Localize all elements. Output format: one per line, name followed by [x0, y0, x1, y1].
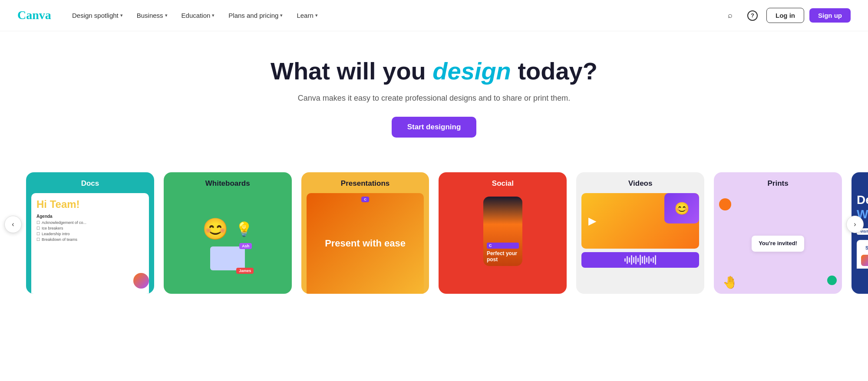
start-designing-button[interactable]: Start designing [392, 117, 477, 138]
card-presentations-body: C Present with ease [301, 193, 429, 294]
chevron-down-icon: ▾ [212, 13, 215, 18]
social-phone: C Perfect your post [483, 197, 522, 266]
video-waveform [581, 252, 699, 268]
chevron-right-icon: › [854, 220, 856, 228]
card-videos-body: 😊 ▶ [576, 193, 704, 294]
card-videos-title: Videos [576, 172, 704, 193]
docs-item: Breakdown of teams [36, 237, 144, 242]
login-button[interactable]: Log in [766, 8, 804, 23]
card-docs-body: Hi Team! Agenda Acknowledgement of co...… [26, 193, 154, 294]
web-avatars [861, 255, 868, 266]
card-websites-body: C Design Websit VISIT WEBSITE SPEAKERS [851, 193, 868, 294]
card-docs[interactable]: Docs Hi Team! Agenda Acknowledgement of … [26, 172, 154, 294]
canva-logo-badge: C [361, 197, 369, 202]
nav-design-spotlight[interactable]: Design spotlight ▾ [66, 8, 129, 23]
nav-learn[interactable]: Learn ▾ [290, 8, 323, 23]
web-speakers-label: SPEAKERS [861, 243, 868, 253]
card-social-body: C Perfect your post [439, 193, 567, 294]
social-post-text: Perfect your post [487, 250, 519, 263]
whiteboard-emoji: 😊 [202, 217, 228, 241]
carousel-next-button[interactable]: › [846, 216, 864, 233]
card-prints-title: Prints [714, 172, 842, 193]
docs-item: Leadership intro [36, 232, 144, 236]
nav-education[interactable]: Education ▾ [175, 8, 221, 23]
wb-tag-ash: Ash [239, 243, 252, 249]
hero-title: What will you design today? [9, 57, 859, 85]
card-social-title: Social [439, 172, 567, 193]
wb-tag-james: James [236, 268, 254, 274]
card-whiteboards[interactable]: Whiteboards 😊 💡 James Ash [164, 172, 292, 294]
nav-plans-pricing[interactable]: Plans and pricing ▾ [222, 8, 289, 23]
signup-button[interactable]: Sign up [809, 8, 851, 23]
chevron-down-icon: ▾ [280, 13, 283, 18]
speaker-avatar [861, 255, 868, 266]
nav-actions: ⌕ ? Log in Sign up [721, 7, 851, 24]
card-prints-body: You're invited! 🤚 [714, 193, 842, 294]
pres-text: Present with ease [325, 238, 406, 249]
prints-invite-card: You're invited! [752, 236, 804, 252]
prints-decor-circle1 [719, 198, 731, 210]
video-thumbnail: 😊 ▶ [581, 193, 699, 249]
prints-hand-icon: 🤚 [723, 275, 738, 289]
chevron-down-icon: ▾ [315, 13, 318, 18]
card-whiteboards-body: 😊 💡 James Ash [164, 193, 292, 294]
card-docs-title: Docs [26, 172, 154, 193]
cards-carousel: ‹ Docs Hi Team! Agenda Acknowledgement o… [0, 155, 868, 294]
card-websites-title: Websites [851, 172, 868, 193]
svg-text:Canva: Canva [17, 8, 51, 22]
docs-agenda-label: Agenda [36, 214, 144, 219]
video-person: 😊 [664, 193, 699, 223]
card-prints[interactable]: Prints You're invited! 🤚 [714, 172, 842, 294]
card-presentations-title: Presentations [301, 172, 429, 193]
help-button[interactable]: ? [744, 7, 761, 24]
docs-item: Acknowledgement of co... [36, 220, 144, 225]
card-presentations[interactable]: Presentations C Present with ease [301, 172, 429, 294]
search-button[interactable]: ⌕ [721, 7, 739, 24]
lightbulb-icon: 💡 [235, 221, 253, 237]
whiteboard-rect: James Ash [210, 246, 245, 270]
navbar: Canva Design spotlight ▾ Business ▾ Educ… [0, 0, 868, 31]
hero-subtitle: Canva makes it easy to create profession… [9, 94, 859, 103]
canva-logo[interactable]: Canva [17, 8, 52, 23]
docs-avatar [133, 273, 149, 289]
cards-track: Docs Hi Team! Agenda Acknowledgement of … [0, 172, 868, 294]
card-social[interactable]: Social C Perfect your post [439, 172, 567, 294]
card-videos[interactable]: Videos 😊 ▶ [576, 172, 704, 294]
play-icon: ▶ [588, 215, 596, 227]
card-whiteboards-title: Whiteboards [164, 172, 292, 193]
nav-links: Design spotlight ▾ Business ▾ Education … [66, 8, 721, 23]
search-icon: ⌕ [728, 11, 733, 20]
hero-section: What will you design today? Canva makes … [0, 31, 868, 155]
nav-business[interactable]: Business ▾ [131, 8, 174, 23]
chevron-left-icon: ‹ [12, 220, 14, 228]
docs-hi-team: Hi Team! [36, 198, 144, 210]
carousel-prev-button[interactable]: ‹ [4, 216, 22, 233]
help-icon: ? [747, 10, 758, 21]
docs-item: Ice breakers [36, 226, 144, 230]
card-websites[interactable]: Websites C Design Websit VISIT WEBSITE S… [851, 172, 868, 294]
chevron-down-icon: ▾ [165, 13, 168, 18]
prints-decor-circle2 [827, 276, 837, 285]
chevron-down-icon: ▾ [120, 13, 123, 18]
